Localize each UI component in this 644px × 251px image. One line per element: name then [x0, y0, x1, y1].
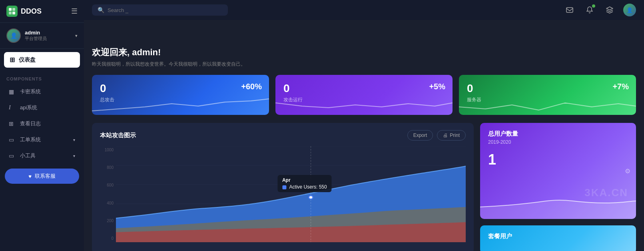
user-count-value: 1 [488, 151, 628, 168]
main-area: 🔍 👤 欢迎回来, admin! 昨天我很聪明，所以我想改变世界。今天我很聪明，… [84, 0, 644, 251]
package-title: 套餐用户 [488, 233, 628, 240]
export-label: Export [413, 133, 427, 138]
print-button[interactable]: 🖨 Print [437, 130, 466, 141]
avatar: 👤 [6, 28, 21, 43]
user-area: 👤 admin 平台管理员 ▾ [0, 23, 84, 49]
topbar: 🔍 👤 [84, 0, 644, 20]
topbar-icons: 👤 [563, 4, 636, 16]
api-system-icon: I [9, 104, 16, 111]
sidebar: DDOS ☰ 👤 admin 平台管理员 ▾ ⊞ 仪表盘 COMPONENTS … [0, 0, 84, 251]
right-panels: 总用户数量 2019-2020 1 3KA.CN ⚙ 套餐用户 [480, 123, 636, 251]
servers-percent: +7% [612, 82, 629, 91]
y-label-400: 400 [100, 201, 116, 205]
svg-rect-4 [566, 8, 573, 12]
nav-dashboard-label: 仪表盘 [19, 56, 36, 64]
svg-point-12 [309, 196, 313, 199]
ticket-arrow-icon: ▾ [73, 138, 75, 142]
ticket-system-icon: ▭ [9, 137, 16, 143]
logo-text: DDOS [6, 6, 42, 17]
nav-item-ticket-system[interactable]: ▭ 工单系统 ▾ [2, 132, 82, 147]
y-label-600: 600 [100, 183, 116, 187]
y-label-1000: 1000 [100, 148, 116, 152]
running-attack-sparkline [275, 95, 453, 115]
nav-item-label: 查看日志 [20, 120, 41, 127]
user-count-title: 总用户数量 [488, 130, 628, 138]
heart-icon: ♥ [28, 173, 32, 179]
tools-arrow-icon: ▾ [73, 154, 75, 158]
package-panel: 套餐用户 [480, 225, 636, 251]
y-axis: 0 200 400 600 800 1000 [100, 146, 116, 242]
attack-chart-panel: 本站攻击图示 Export 🖨 Print 0 [92, 123, 474, 251]
contact-button[interactable]: ♥ 联系客服 [5, 169, 79, 184]
nav-item-label: 小工具 [20, 152, 36, 159]
stat-card-running-attack: 0 攻击运行 +5% [275, 75, 453, 115]
total-attack-value: 0 [100, 82, 261, 95]
chart-actions: Export 🖨 Print [407, 130, 466, 141]
nav-item-card-system[interactable]: ▦ 卡密系统 [2, 84, 82, 99]
user-dropdown-arrow[interactable]: ▾ [75, 33, 78, 38]
stat-cards: 0 总攻击 +60% 0 攻击运行 +5% [92, 75, 636, 115]
nav-dashboard[interactable]: ⊞ 仪表盘 [4, 52, 80, 68]
user-name: admin [25, 30, 71, 36]
layers-icon[interactable] [603, 4, 616, 16]
chart-title: 本站攻击图示 [100, 132, 136, 139]
tools-icon: ▭ [9, 153, 16, 159]
chart-panel-header: 本站攻击图示 Export 🖨 Print [100, 130, 466, 141]
export-button[interactable]: Export [407, 130, 433, 141]
area-chart: 0 200 400 600 800 1000 Apr Active Users: [100, 146, 466, 242]
settings-icon[interactable]: ⚙ [625, 167, 630, 175]
y-label-0: 0 [100, 236, 116, 241]
total-attack-sparkline [92, 95, 269, 115]
hamburger-button[interactable]: ☰ [71, 7, 78, 16]
nav-item-tools[interactable]: ▭ 小工具 ▾ [2, 148, 82, 163]
user-count-subtitle: 2019-2020 [488, 139, 628, 145]
dashboard-nav: ⊞ 仪表盘 [0, 49, 84, 71]
content-area: 欢迎回来, admin! 昨天我很聪明，所以我想改变世界。今天我很聪明，所以我要… [84, 40, 644, 251]
user-sparkline [480, 187, 636, 219]
user-role: 平台管理员 [25, 36, 71, 42]
svg-rect-1 [12, 8, 15, 11]
stat-card-total-attack: 0 总攻击 +60% [92, 75, 269, 115]
contact-label: 联系客服 [35, 173, 56, 180]
stat-card-servers: 0 服务器 +7% [459, 75, 636, 115]
view-logs-icon: ⊞ [9, 120, 16, 127]
nav-item-label: 卡密系统 [20, 88, 41, 95]
logo-label: DDOS [21, 7, 42, 16]
nav-item-label: api系统 [20, 104, 37, 111]
running-attack-percent: +5% [429, 82, 445, 91]
welcome-title: 欢迎回来, admin! [92, 46, 636, 58]
mail-icon[interactable] [563, 4, 576, 16]
search-box[interactable]: 🔍 [92, 4, 228, 16]
user-count-panel: 总用户数量 2019-2020 1 3KA.CN ⚙ [480, 123, 636, 219]
topbar-avatar[interactable]: 👤 [623, 4, 636, 16]
bell-icon[interactable] [583, 4, 596, 16]
dashboard-icon: ⊞ [10, 56, 15, 64]
print-label: Print [450, 133, 460, 138]
components-label: COMPONENTS [0, 71, 84, 84]
servers-sparkline [459, 95, 636, 115]
bottom-row: 本站攻击图示 Export 🖨 Print 0 [92, 123, 636, 251]
welcome-subtitle: 昨天我很聪明，所以我想改变世界。今天我很聪明，所以我要改变自己。 [92, 61, 636, 68]
logo-area: DDOS ☰ [0, 0, 84, 23]
chart-svg-area [116, 146, 466, 242]
nav-item-label: 工单系统 [20, 136, 41, 143]
running-attack-value: 0 [283, 82, 445, 95]
logo-icon [6, 6, 18, 17]
printer-icon: 🖨 [443, 133, 448, 138]
nav-item-view-logs[interactable]: ⊞ 查看日志 [2, 116, 82, 131]
user-info: admin 平台管理员 [25, 30, 71, 42]
search-input[interactable] [108, 7, 222, 13]
nav-item-api-system[interactable]: I api系统 [2, 100, 82, 115]
svg-rect-3 [12, 12, 15, 14]
y-label-200: 200 [100, 219, 116, 223]
svg-rect-0 [9, 8, 12, 11]
card-system-icon: ▦ [9, 88, 16, 95]
servers-value: 0 [467, 82, 628, 95]
search-icon: 🔍 [98, 7, 104, 13]
svg-rect-2 [9, 12, 12, 14]
y-label-800: 800 [100, 165, 116, 170]
notification-badge [592, 4, 595, 8]
total-attack-percent: +60% [241, 82, 262, 91]
